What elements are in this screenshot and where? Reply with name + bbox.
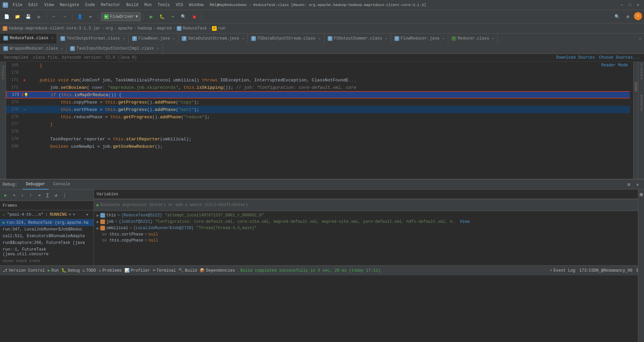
status-dependencies[interactable]: 📦 Dependencies [200, 268, 235, 273]
var-view-job[interactable]: View [460, 219, 470, 224]
undo-button[interactable]: ↩ [86, 12, 95, 21]
frame-item-3[interactable]: run$$capture:266, FutureTask (java [0, 240, 94, 246]
tab-close-textoutputformat[interactable]: ✕ [123, 37, 125, 41]
debug-tab-console[interactable]: Console [50, 180, 73, 190]
step-over-button[interactable]: ↷ [10, 192, 18, 199]
frame-item-0[interactable]: ▶ run:324, ReduceTask (org.apache.ha [0, 219, 94, 226]
menu-edit[interactable]: Edit [26, 2, 41, 8]
expand-job-icon[interactable]: ▶ [97, 219, 99, 224]
save-all-button[interactable]: 💾 [23, 12, 33, 21]
tab-close-flowreducer[interactable]: ✕ [442, 37, 444, 41]
tab-reducetask[interactable]: C ReduceTask.class ✕ [0, 33, 57, 44]
bookmarks-vtab[interactable]: Bookmarks [640, 95, 643, 111]
variable-umbilical[interactable]: ▶ umbilical = {LocalJobRunner$Job@2728} … [94, 225, 644, 231]
filter-icon[interactable]: ▼ [69, 213, 71, 217]
profile-button[interactable]: 👤 [75, 12, 85, 21]
breadcrumb-org[interactable]: org [106, 26, 113, 31]
tab-fsdataoutputstream[interactable]: C FSDataOutputStream.class ✕ [248, 33, 324, 44]
menu-window[interactable]: Window [186, 2, 206, 8]
run-button[interactable]: ▶ [147, 12, 156, 21]
new-file-button[interactable]: 📄 [2, 12, 11, 21]
expand-umbilical-icon[interactable]: ▶ [97, 226, 99, 231]
frame-item-2[interactable]: call:511, Executors$RunnableAdapte [0, 233, 94, 240]
resume-button[interactable]: ▶ [2, 192, 9, 199]
tab-close-reducetask[interactable]: ✕ [51, 36, 53, 40]
download-sources-link[interactable]: Download Sources [556, 55, 595, 60]
variable-copyphase[interactable]: oo this.copyPhase = null [94, 237, 644, 244]
breadcrumb-mapred[interactable]: mapred [157, 26, 172, 31]
menu-file[interactable]: File [10, 2, 25, 8]
status-version-control[interactable]: ⎇ Version Control [3, 268, 45, 273]
breadcrumb-hadoop[interactable]: hadoop [138, 26, 152, 31]
tab-taskinputoutput[interactable]: C TaskInputOutputContextImpl.class ✕ [67, 44, 162, 54]
tab-reducer[interactable]: R Reducer.class ✕ [448, 33, 498, 44]
reader-mode-button[interactable]: Reader Mode [601, 63, 628, 68]
run-config-dropdown[interactable]: ▶ FlowDriver ▼ [101, 12, 141, 21]
stop-button[interactable]: ◼ [190, 12, 199, 21]
tab-close-reducer[interactable]: ✕ [492, 37, 494, 41]
close-button[interactable]: ✕ [635, 3, 641, 7]
menu-view[interactable]: View [42, 2, 57, 8]
debug-tab-debugger[interactable]: Debugger [22, 180, 49, 190]
tab-close-taskinputoutput[interactable]: ✕ [157, 47, 159, 51]
tab-close-fsdataoutputstream[interactable]: ✕ [318, 37, 320, 41]
status-problems[interactable]: ⚠ Problems [99, 268, 122, 273]
tab-dataoutputstream[interactable]: J DataOutputStream.java ✕ [178, 33, 248, 44]
tab-flowreducer[interactable]: J FlowReducer.java ✕ [391, 33, 448, 44]
variable-job[interactable]: ▶ job = {JobConf@5221} "Configuration: c… [94, 219, 644, 225]
expand-this-icon[interactable]: ▶ [97, 213, 99, 218]
back-button[interactable]: ← [49, 12, 59, 21]
tab-close-flowbean[interactable]: ✕ [173, 37, 175, 41]
debug-run-button[interactable]: 🐛 [157, 12, 167, 21]
debug-expand-icon[interactable]: ⊞ [638, 191, 644, 198]
menu-run[interactable]: Run [142, 2, 154, 8]
async-frame-item-0[interactable]: <init>:151, FutureTask (java.util.conc [0, 264, 94, 265]
eval-input[interactable] [101, 203, 638, 207]
breadcrumb-apache[interactable]: apache [118, 26, 132, 31]
minimize-button[interactable]: ─ [619, 3, 625, 7]
step-into-button[interactable]: ↓ [19, 192, 26, 199]
menu-vcs[interactable]: VCS [173, 2, 186, 8]
reset-frame-button[interactable]: ↺ [52, 192, 60, 199]
menu-refactor[interactable]: Refactor [98, 2, 123, 8]
status-run[interactable]: ▶ Run [48, 268, 59, 273]
tab-wrappedreducer[interactable]: C WrappedReducer.class ✕ [0, 44, 67, 54]
status-todo[interactable]: ☑ TODO [83, 268, 96, 273]
tab-fsoutputsummer[interactable]: C FSOutputSummer.class ✕ [324, 33, 391, 44]
tab-close-wrappedreducer[interactable]: ✕ [61, 47, 63, 51]
debug-close-button[interactable]: ✕ [634, 181, 641, 188]
more-debug-actions[interactable]: ⋮ [61, 192, 68, 199]
open-button[interactable]: 📁 [13, 12, 22, 21]
variable-sortphase[interactable]: oo this.sortPhase = null [94, 231, 644, 237]
add-watch-button[interactable]: + [84, 211, 91, 218]
step-out-button[interactable]: ↑ [27, 192, 35, 199]
profile-run-button[interactable]: 🔍 [179, 12, 188, 21]
debug-settings-button[interactable]: ⚙ [625, 181, 633, 188]
evaluate-button[interactable]: ∑ [44, 192, 51, 199]
forward-button[interactable]: → [60, 12, 69, 21]
menu-navigate[interactable]: Navigate [57, 2, 82, 8]
breadcrumb-run[interactable]: m run [212, 26, 225, 31]
code-editor[interactable]: Reader Mode 169 } 170 171 ● public void … [6, 62, 638, 179]
coverage-button[interactable]: ☂ [168, 12, 177, 21]
tab-overflow-button[interactable]: » [636, 36, 644, 41]
variable-this[interactable]: ▶ this = {ReduceTask@5222} "attempt_loca… [94, 212, 644, 219]
maximize-button[interactable]: □ [627, 3, 633, 7]
scrollbar-thumb[interactable] [635, 82, 637, 92]
frame-item-4[interactable]: run:-1, FutureTask (java.util.concurre [0, 246, 94, 258]
choose-sources-link[interactable]: Choose Sources... [599, 55, 640, 60]
breadcrumb-jar[interactable]: J hadoop-mapreduce-client-core-3.1.3.jar [3, 26, 101, 31]
settings-button[interactable]: ⚙ [623, 12, 633, 21]
tab-close-dataoutputstream[interactable]: ✕ [242, 37, 244, 41]
sync-button[interactable]: ↻ [34, 12, 44, 21]
tab-textoutputformat[interactable]: C TextOutputFormat.class ✕ [57, 33, 128, 44]
breadcrumb-reducetask[interactable]: C ReduceTask [177, 26, 207, 31]
eval-bar[interactable]: ▶ ⌄ [94, 199, 644, 211]
status-debug[interactable]: 🐛 Debug [61, 268, 80, 273]
thread-options-icon[interactable]: ▼ [73, 213, 75, 217]
menu-code[interactable]: Code [83, 2, 98, 8]
project-vtab[interactable]: Project [0, 64, 5, 81]
status-profiler[interactable]: 📊 Profiler [124, 268, 150, 273]
editor-scrollbar[interactable] [633, 62, 638, 179]
structure-vtab[interactable]: Structure [640, 63, 643, 79]
